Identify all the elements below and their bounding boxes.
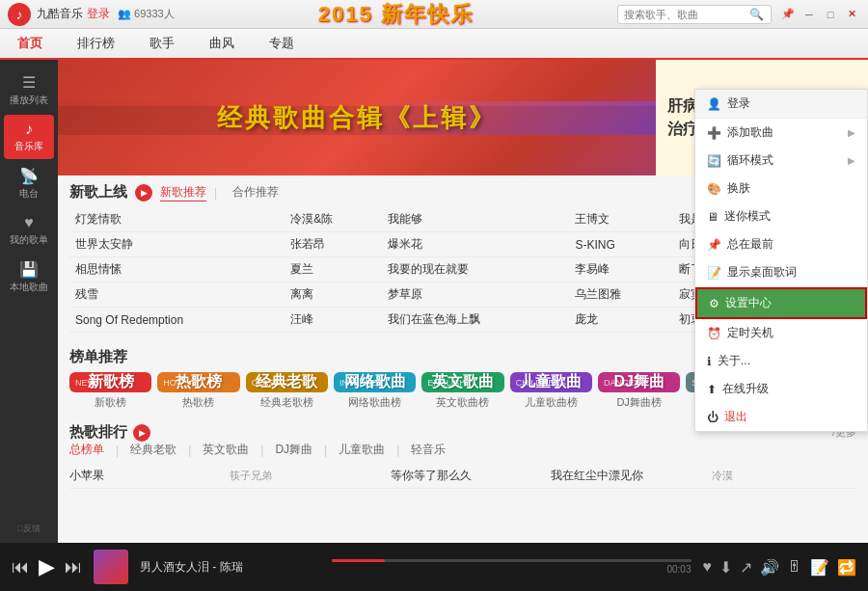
search-input[interactable] (624, 9, 749, 20)
hot-tab-0[interactable]: 总榜单 (69, 442, 104, 458)
hot-title: 热歌排行 (69, 423, 127, 442)
sidebar-item-radio[interactable]: 📡 电台 (4, 161, 54, 206)
song-name: 灯笼情歌 (69, 207, 285, 232)
volume-button[interactable]: 🔊 (760, 558, 779, 577)
main-layout: ☰ 播放列表 ♪ 音乐库 📡 电台 ♥ 我的歌单 💾 本地歌曲 □反馈 经 (0, 60, 868, 543)
next-button[interactable]: ⏭ (65, 557, 82, 578)
repeat-button[interactable]: 🔁 (837, 558, 856, 577)
menu-icon-3: 🖥 (707, 210, 719, 224)
song-artist2: S-KING (569, 232, 673, 257)
menu-label-1: 循环模式 (727, 152, 773, 169)
dropdown-item-6[interactable]: ⚙设置中心 (695, 287, 867, 319)
prev-button[interactable]: ⏮ (12, 557, 29, 578)
progress-area[interactable]: 00:03 (332, 559, 692, 575)
chart-item-1[interactable]: HOT 热歌榜 热歌榜 (157, 372, 239, 410)
play-pause-button[interactable]: ▶ (39, 554, 55, 579)
hot-play-btn[interactable]: ▶ (133, 424, 150, 442)
chart-name-below: 英文歌曲榜 (436, 395, 489, 410)
song-artist: 汪峰 (285, 308, 382, 333)
nav-genre[interactable]: 曲风 (192, 28, 252, 59)
chart-item-0[interactable]: NEW 新歌榜 新歌榜 (69, 372, 151, 410)
favorite-button[interactable]: ♥ (703, 558, 713, 576)
sidebar-item-playlist[interactable]: ☰ 播放列表 (4, 67, 54, 113)
login-link[interactable]: 登录 (87, 6, 110, 22)
hot-tab-2[interactable]: 英文歌曲 (203, 442, 249, 458)
chart-name-below: DJ舞曲榜 (616, 395, 661, 410)
song-name: 世界太安静 (69, 232, 285, 257)
menu-icon-10: ⏻ (707, 411, 719, 424)
chart-name-below: 网络歌曲榜 (348, 395, 401, 410)
hot-tab-4[interactable]: 儿童歌曲 (339, 442, 385, 458)
menu-label-2: 换肤 (727, 180, 750, 197)
dropdown-item-8[interactable]: ℹ关于... (695, 347, 867, 375)
chart-name-below: 热歌榜 (182, 395, 214, 410)
time-display: 00:03 (332, 564, 692, 575)
sidebar-item-my-songs[interactable]: ♥ 我的歌单 (4, 208, 54, 253)
hot-artist-3: 冷漠 (712, 469, 856, 483)
nav-charts[interactable]: 排行榜 (60, 28, 132, 59)
tab-new-songs[interactable]: 新歌推荐 (160, 184, 206, 201)
chart-name-below: 经典老歌榜 (260, 395, 313, 410)
new-songs-title: 新歌上线 (69, 183, 127, 201)
menu-label-3: 迷你模式 (724, 208, 771, 225)
new-songs-play-btn[interactable]: ▶ (135, 184, 152, 201)
nav-home[interactable]: 首页 (0, 28, 60, 59)
dropdown-item-2[interactable]: 🎨换肤 (695, 175, 867, 202)
dropdown-item-4[interactable]: 📌总在最前 (695, 230, 867, 258)
sidebar-label-my-songs: 我的歌单 (10, 233, 48, 247)
nav-special[interactable]: 专题 (252, 28, 312, 59)
dropdown-item-5[interactable]: 📝显示桌面歌词 (695, 258, 867, 286)
dropdown-item-3[interactable]: 🖥迷你模式 (695, 202, 867, 230)
library-icon: ♪ (25, 121, 33, 138)
chart-label-top: DANCE (604, 378, 635, 388)
search-box[interactable]: 🔍 (617, 5, 772, 24)
hot-song-1: 小苹果 (69, 468, 214, 484)
chart-item-2[interactable]: CLASSIC 经典老歌 经典老歌榜 (246, 372, 328, 410)
lyric-button[interactable]: 📝 (810, 558, 829, 577)
chart-item-6[interactable]: DANCE DJ舞曲 DJ舞曲榜 (598, 372, 680, 410)
app-name: 九酷音乐 (37, 6, 83, 22)
sidebar-item-library[interactable]: ♪ 音乐库 (4, 115, 54, 159)
close-button[interactable]: ✕ (843, 6, 860, 23)
dropdown-item-7[interactable]: ⏰定时关机 (695, 319, 867, 347)
current-song: 男人酒女人泪 - 陈瑞 (140, 559, 320, 576)
dropdown-item-1[interactable]: 🔄循环模式▶ (695, 147, 867, 175)
feedback-btn[interactable]: □反馈 (17, 523, 40, 535)
progress-bar[interactable] (332, 559, 692, 562)
sidebar-item-local[interactable]: 💾 本地歌曲 (4, 255, 54, 300)
dropdown-item-10[interactable]: ⏻退出 (695, 403, 867, 431)
pin-button[interactable]: 📌 (779, 6, 797, 23)
minimize-button[interactable]: ─ (800, 6, 818, 23)
dropdown-menu: 👤 登录 ➕添加歌曲▶🔄循环模式▶🎨换肤🖥迷你模式📌总在最前📝显示桌面歌词⚙设置… (694, 89, 868, 432)
window-controls: 📌 ─ □ ✕ (779, 6, 860, 23)
dropdown-item-9[interactable]: ⬆在线升级 (695, 375, 867, 403)
hot-tab-3[interactable]: DJ舞曲 (275, 442, 312, 458)
hot-tab-5[interactable]: 轻音乐 (411, 442, 446, 458)
chart-item-5[interactable]: CHILDRENS 儿童歌曲 儿童歌曲榜 (510, 372, 592, 410)
download-button[interactable]: ⬇ (719, 558, 732, 577)
song-artist: 张若昂 (285, 232, 382, 257)
chart-label-top: CHILDRENS (516, 378, 566, 388)
logo-icon: ♪ (16, 7, 23, 22)
nav-artists[interactable]: 歌手 (132, 28, 192, 59)
sidebar: ☰ 播放列表 ♪ 音乐库 📡 电台 ♥ 我的歌单 💾 本地歌曲 □反馈 (0, 60, 58, 543)
player-controls: ⏮ ▶ ⏭ (12, 554, 82, 579)
chart-label-top: CLASSIC (252, 378, 289, 388)
chart-label-top: INTERNET (339, 378, 383, 388)
tab-collab[interactable]: 合作推荐 (232, 184, 279, 201)
chart-item-4[interactable]: ENGLISH 英文歌曲 英文歌曲榜 (421, 372, 503, 410)
chart-label-top: ENGLISH (427, 378, 466, 388)
share-button[interactable]: ↗ (740, 558, 752, 577)
menu-icon-7: ⏰ (707, 327, 721, 340)
hot-tab-1[interactable]: 经典老歌 (130, 442, 176, 458)
maximize-button[interactable]: □ (822, 6, 839, 23)
dropdown-items: ➕添加歌曲▶🔄循环模式▶🎨换肤🖥迷你模式📌总在最前📝显示桌面歌词⚙设置中心⏰定时… (695, 119, 867, 431)
menu-icon-5: 📝 (707, 266, 721, 280)
dropdown-item-0[interactable]: ➕添加歌曲▶ (695, 119, 867, 147)
equalizer-button[interactable]: 🎚 (787, 558, 802, 576)
chart-item-3[interactable]: INTERNET 网络歌曲 网络歌曲榜 (334, 372, 416, 410)
song-name2: 梦草原 (382, 282, 569, 308)
search-icon[interactable]: 🔍 (749, 8, 764, 21)
menu-label-8: 关于... (718, 353, 750, 369)
dropdown-login[interactable]: 登录 (727, 95, 750, 112)
